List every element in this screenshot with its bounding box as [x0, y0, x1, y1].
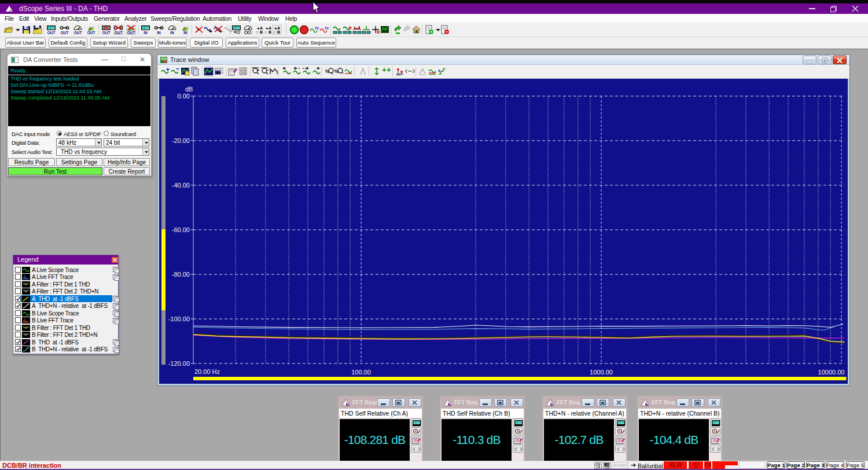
svg-text:0.00: 0.00: [178, 93, 190, 100]
svg-text:1000.00: 1000.00: [590, 369, 613, 376]
svg-text:1: 1: [240, 68, 242, 71]
svg-text:IN: IN: [183, 31, 187, 35]
svg-text:-20.00: -20.00: [172, 137, 190, 144]
svg-text:A: A: [277, 26, 280, 30]
svg-text:-60.00: -60.00: [172, 226, 190, 233]
svg-text:5: 5: [244, 72, 246, 75]
svg-text:B: B: [277, 30, 280, 34]
svg-text:●: ●: [266, 26, 268, 30]
svg-text:OUT: OUT: [61, 31, 69, 35]
svg-text:10000.00: 10000.00: [818, 369, 845, 376]
svg-text:1.00: 1.00: [233, 27, 240, 30]
svg-text:000: 000: [396, 74, 401, 76]
svg-text:1.00: 1.00: [713, 421, 719, 424]
svg-text:●: ●: [274, 26, 277, 30]
svg-text:●: ●: [257, 26, 259, 30]
svg-text:fx: fx: [315, 25, 319, 31]
svg-text:3: 3: [240, 72, 242, 75]
svg-text:dB: dB: [185, 86, 193, 93]
svg-text:1.00: 1.00: [618, 421, 624, 424]
svg-text:OUT: OUT: [47, 31, 56, 35]
svg-text:IN: IN: [157, 31, 161, 35]
svg-text:100.00: 100.00: [351, 369, 371, 376]
svg-text:OUT: OUT: [127, 31, 135, 35]
svg-text:OUT: OUT: [115, 31, 123, 35]
svg-text:OUT: OUT: [102, 31, 111, 35]
svg-text:20.00 Hz: 20.00 Hz: [194, 368, 220, 375]
svg-text:○: ○: [273, 30, 275, 34]
svg-text:A: A: [269, 26, 271, 30]
svg-text:1.00: 1.00: [516, 421, 521, 424]
svg-text:1.00: 1.00: [414, 421, 420, 424]
svg-text:OUT: OUT: [87, 31, 95, 35]
svg-text:1.00: 1.00: [604, 464, 609, 467]
svg-text:-120.00: -120.00: [168, 360, 190, 367]
svg-text:-80.00: -80.00: [172, 271, 190, 278]
svg-text:2: 2: [244, 68, 246, 71]
svg-text:OUT: OUT: [74, 31, 82, 35]
svg-text:○: ○: [256, 30, 258, 34]
svg-text:B: B: [269, 30, 271, 34]
svg-text:fx: fx: [325, 25, 329, 31]
svg-text:IN: IN: [144, 31, 148, 35]
svg-text:-100.00: -100.00: [168, 315, 190, 322]
svg-text:1.00: 1.00: [48, 27, 54, 30]
svg-text:A: A: [260, 26, 263, 30]
svg-text:-40.00: -40.00: [172, 182, 190, 189]
svg-text:○: ○: [264, 30, 267, 34]
svg-text:IN: IN: [170, 31, 174, 35]
svg-text:B: B: [260, 30, 263, 34]
svg-text:1.00: 1.00: [142, 27, 149, 30]
